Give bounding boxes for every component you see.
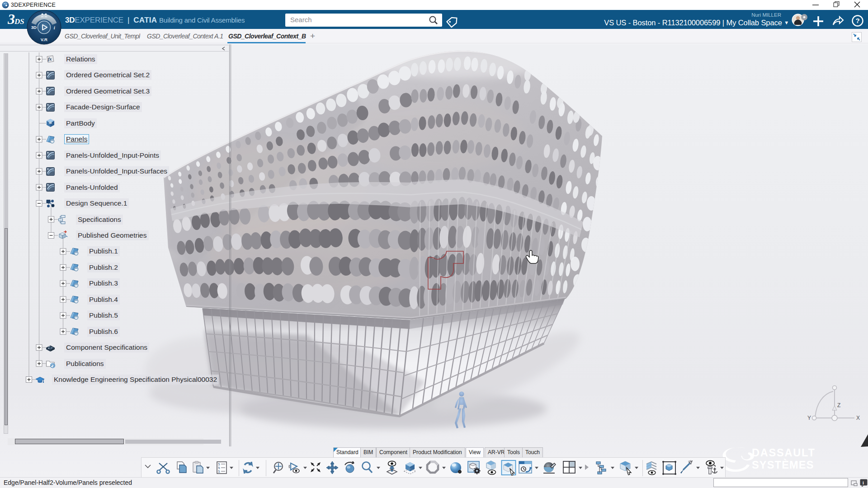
svg-text:5: 5: [218, 469, 220, 474]
svg-text:fx: fx: [48, 56, 52, 61]
svg-text:3: 3: [8, 11, 15, 27]
svg-text:V.R: V.R: [41, 37, 47, 42]
svg-text:i: i: [54, 25, 55, 30]
svg-text:3D: 3D: [31, 25, 37, 30]
svg-text:X: X: [856, 415, 860, 421]
svg-text:DS: DS: [14, 17, 24, 26]
svg-text:?: ?: [856, 17, 860, 24]
svg-text:DASSAULT: DASSAULT: [752, 447, 816, 459]
svg-text:i: i: [863, 480, 864, 485]
svg-text:Y: Y: [807, 415, 811, 421]
svg-text:SYSTÈMES: SYSTÈMES: [752, 459, 814, 471]
svg-text:Z: Z: [837, 402, 840, 408]
